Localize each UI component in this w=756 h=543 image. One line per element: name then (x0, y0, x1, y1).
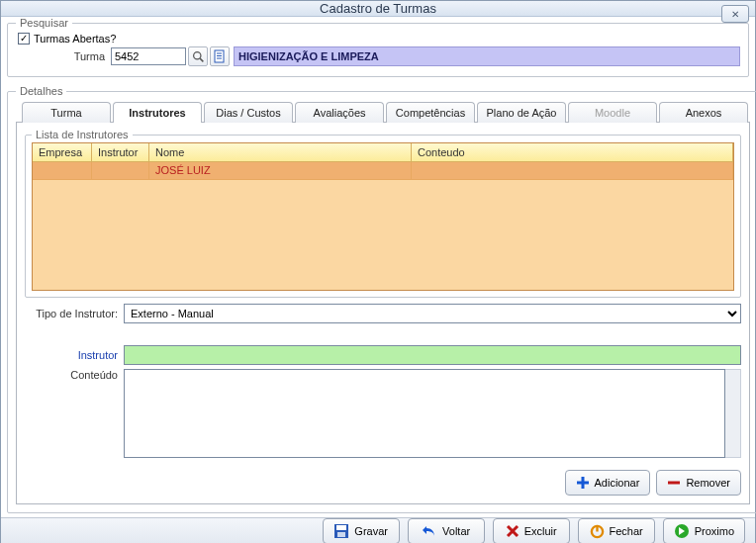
conteudo-textarea[interactable] (124, 369, 725, 458)
window-frame: Cadastro de Turmas ✕ Pesquisar ✓ Turmas … (0, 0, 756, 543)
turma-input[interactable] (111, 47, 186, 65)
conteudo-label: Conteúdo (25, 369, 124, 381)
add-button[interactable]: Adicionar (565, 470, 651, 496)
delete-button-label: Excluir (524, 525, 557, 537)
close-icon: ✕ (731, 9, 739, 20)
tab-avaliacoes[interactable]: Avaliações (295, 102, 384, 123)
details-group: Detalhes Turma Instrutores Dias / Custos… (7, 85, 756, 513)
save-button-label: Gravar (354, 525, 388, 537)
checkmark-icon: ✓ (20, 34, 28, 44)
tab-anexos[interactable]: Anexos (659, 102, 748, 123)
tab-turma[interactable]: Turma (22, 102, 111, 123)
save-icon (333, 523, 349, 539)
course-name-banner: HIGIENIZAÇÃO E LIMPEZA (234, 46, 740, 66)
plus-icon (576, 476, 590, 490)
next-button[interactable]: Proximo (663, 518, 745, 543)
window-title: Cadastro de Turmas (320, 1, 436, 16)
titlebar: Cadastro de Turmas ✕ (1, 1, 755, 17)
remove-button[interactable]: Remover (656, 470, 741, 496)
textarea-scrollbar[interactable] (725, 369, 741, 458)
search-group: Pesquisar ✓ Turmas Abertas? Turma HIGIEN… (7, 17, 749, 77)
tab-instrutores[interactable]: Instrutores (113, 102, 202, 123)
power-icon (590, 524, 605, 539)
delete-button[interactable]: Excluir (493, 518, 570, 543)
tab-plano-acao[interactable]: Plano de Ação (477, 102, 566, 123)
tab-dias-custos[interactable]: Dias / Custos (204, 102, 293, 123)
cell-instrutor (92, 162, 149, 179)
turma-label: Turma (16, 50, 111, 62)
instructor-grid[interactable]: Empresa Instrutor Nome Conteudo JOSÉ LUI… (32, 142, 734, 291)
add-button-label: Adicionar (595, 477, 640, 489)
tab-panel-instrutores: Lista de Instrutores Empresa Instrutor N… (16, 122, 750, 504)
grid-header: Empresa Instrutor Nome Conteudo (33, 143, 733, 162)
close-footer-button[interactable]: Fechar (578, 518, 655, 543)
course-name-text: HIGIENIZAÇÃO E LIMPEZA (238, 50, 379, 62)
document-icon (214, 49, 226, 63)
search-turma-button[interactable] (188, 46, 208, 66)
svg-line-1 (200, 58, 203, 61)
svg-rect-7 (577, 482, 589, 485)
grid-body: JOSÉ LUIZ (33, 162, 733, 290)
x-icon (506, 524, 520, 538)
svg-point-0 (193, 51, 200, 58)
minus-icon (667, 476, 681, 490)
instructor-list-legend: Lista de Instrutores (32, 129, 133, 140)
tab-competencias[interactable]: Competências (386, 102, 475, 123)
tabstrip: Turma Instrutores Dias / Custos Avaliaçõ… (16, 101, 750, 122)
tab-moodle: Moodle (568, 102, 657, 123)
open-classes-label: Turmas Abertas? (34, 33, 116, 45)
instrutor-input[interactable] (124, 345, 741, 365)
save-button[interactable]: Gravar (323, 518, 400, 543)
svg-rect-8 (668, 482, 680, 485)
details-legend: Detalhes (16, 85, 66, 97)
search-icon (192, 50, 205, 63)
arrow-right-icon (674, 523, 690, 539)
close-footer-label: Fechar (610, 525, 643, 537)
next-button-label: Proximo (695, 525, 734, 537)
remove-button-label: Remover (686, 477, 730, 489)
undo-icon (422, 523, 437, 539)
col-header-empresa[interactable]: Empresa (33, 143, 92, 161)
tipo-instrutor-select[interactable]: Externo - Manual (124, 304, 741, 323)
table-row[interactable]: JOSÉ LUIZ (33, 162, 733, 180)
svg-rect-11 (337, 532, 345, 537)
back-button-label: Voltar (442, 525, 470, 537)
cell-nome: JOSÉ LUIZ (149, 162, 412, 179)
close-button[interactable]: ✕ (721, 5, 749, 23)
tipo-instrutor-label: Tipo de Instrutor: (25, 308, 124, 319)
cell-empresa (33, 162, 92, 179)
back-button[interactable]: Voltar (408, 518, 485, 543)
col-header-conteudo[interactable]: Conteudo (412, 143, 733, 161)
open-turma-button[interactable] (210, 46, 230, 66)
instrutor-label: Instrutor (25, 349, 124, 361)
instructor-list-group: Lista de Instrutores Empresa Instrutor N… (25, 129, 741, 298)
search-legend: Pesquisar (16, 17, 72, 29)
col-header-nome[interactable]: Nome (149, 143, 412, 161)
cell-conteudo (412, 162, 733, 179)
svg-rect-10 (336, 525, 346, 530)
col-header-instrutor[interactable]: Instrutor (92, 143, 149, 161)
footer-toolbar: Gravar Voltar Excluir Fechar Proximo (1, 517, 755, 543)
open-classes-checkbox[interactable]: ✓ (18, 33, 30, 45)
